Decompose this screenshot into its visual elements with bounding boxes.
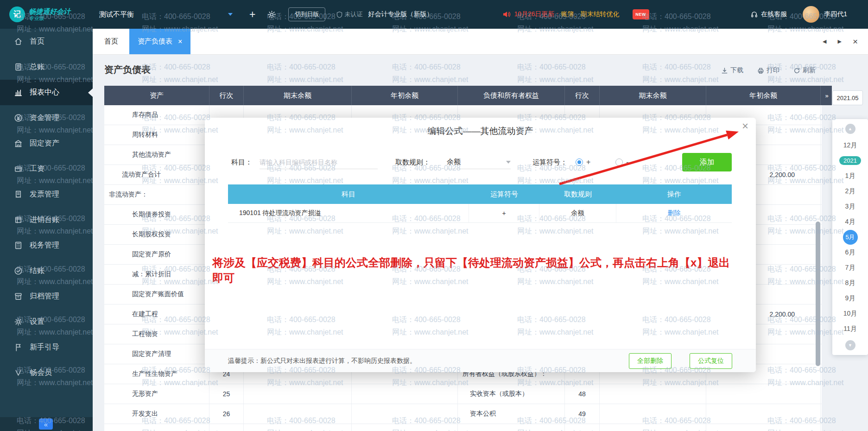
period-item-10月[interactable]: 10月: [832, 306, 868, 321]
period-item-8月[interactable]: 8月: [832, 275, 868, 291]
sidebar-item-fund-management[interactable]: 资金管理: [0, 105, 93, 131]
operator-minus-radio[interactable]: -: [615, 153, 628, 171]
expand-columns-icon[interactable]: »: [822, 86, 832, 105]
table-row[interactable]: [104, 424, 822, 431]
delete-link[interactable]: 删除: [616, 204, 732, 222]
add-button[interactable]: 添加: [682, 153, 732, 171]
period-display[interactable]: 2021.05: [832, 90, 863, 105]
period-item-12月[interactable]: 12月: [832, 138, 868, 153]
sidebar-item-member[interactable]: 畅会员: [0, 360, 93, 386]
formula-rule-cell: 余额: [539, 204, 616, 222]
account-set-selector[interactable]: 测试不平衡: [99, 10, 233, 19]
period-item-2021[interactable]: 2021: [832, 153, 868, 168]
period-item-3月[interactable]: 3月: [832, 199, 868, 214]
sidebar-item-label: 畅会员: [30, 368, 52, 378]
period-item-9月[interactable]: 9月: [832, 291, 868, 306]
sidebar-item-trade-ledger[interactable]: 进销台账: [0, 207, 93, 233]
delete-all-button[interactable]: 全部删除: [629, 353, 672, 369]
tab-scroll-right-icon[interactable]: ▶: [837, 38, 841, 44]
scroll-down-icon[interactable]: ▼: [845, 340, 855, 350]
table-scrollbar[interactable]: [816, 222, 820, 366]
column-header: 行次: [565, 86, 600, 105]
sidebar-item-settings[interactable]: 设置: [0, 309, 93, 335]
sidebar-item-fixed-assets[interactable]: 固定资产: [0, 131, 93, 156]
asset-beginning-cell: [352, 424, 458, 431]
period-item-2月[interactable]: 2月: [832, 184, 868, 199]
table-row[interactable]: 开发支出26资本公积49: [104, 404, 822, 424]
liability-line-cell: 48: [565, 384, 600, 404]
gear-icon[interactable]: [267, 10, 276, 19]
switch-version-button[interactable]: 切到日版: [288, 7, 325, 21]
sidebar-item-closing[interactable]: 结账: [0, 258, 93, 284]
logo-icon: 记: [9, 6, 25, 22]
close-all-tabs-icon[interactable]: ×: [853, 37, 858, 47]
online-service-button[interactable]: 在线客服: [750, 10, 787, 19]
period-item-4月[interactable]: 4月: [832, 214, 868, 229]
radio-checked-icon: [576, 158, 583, 166]
announcement-text: 账簿、期末结转优化: [561, 10, 620, 19]
operator-plus-radio[interactable]: +: [576, 153, 590, 171]
rule-select[interactable]: 余额: [447, 155, 511, 169]
subject-input[interactable]: [260, 155, 378, 169]
period-item-6月[interactable]: 6月: [832, 245, 868, 260]
cert-status[interactable]: 未认证: [336, 10, 362, 19]
username[interactable]: 李四代1: [824, 10, 847, 19]
collapse-sidebar-icon[interactable]: «: [39, 418, 53, 430]
liability-ending-cell: [600, 384, 706, 404]
avatar[interactable]: [803, 6, 819, 23]
liability-ending-cell: [600, 424, 706, 431]
fixed-asset-icon: [14, 139, 23, 148]
asset-cell: 固定资产原价: [104, 245, 209, 264]
liability-cell: 实收资本（或股本）: [458, 384, 565, 404]
sidebar-item-label: 结账: [30, 266, 44, 276]
period-item-5月[interactable]: 5月: [832, 229, 868, 245]
app-logo: 记 畅捷通好会计 专业版: [0, 6, 93, 22]
period-item-7月[interactable]: 7月: [832, 260, 868, 275]
period-item-11月[interactable]: 11月: [832, 321, 868, 336]
sidebar-item-salary[interactable]: 工资: [0, 156, 93, 182]
asset-cell: 生产性生物资产: [104, 364, 209, 384]
asset-cell: 工程物资: [104, 324, 209, 344]
refresh-icon: [793, 67, 800, 74]
asset-ending-cell: [244, 424, 352, 431]
modal-close-icon[interactable]: ×: [742, 120, 748, 132]
liability-cell: [458, 424, 565, 431]
selected-month: 5月: [843, 230, 858, 245]
sidebar-item-tax-management[interactable]: 税务管理: [0, 233, 93, 258]
headset-icon: [750, 11, 758, 19]
announcement-banner[interactable]: 10月26日更新： 账簿、期末结转优化: [502, 10, 619, 19]
page-actions: 下载 打印 刷新: [721, 66, 816, 75]
liability-beginning-cell: [706, 384, 821, 404]
tab-balance-sheet[interactable]: 资产负债表 ×: [129, 29, 190, 54]
print-button[interactable]: 打印: [757, 66, 779, 75]
sidebar-item-invoice-management[interactable]: 发票管理: [0, 182, 93, 207]
table-row[interactable]: 无形资产25实收资本（或股本）48: [104, 384, 822, 404]
sidebar-item-beginner-guide[interactable]: 新手引导: [0, 335, 93, 360]
asset-cell: 开发支出: [104, 404, 209, 424]
sidebar-item-label: 固定资产: [30, 139, 59, 148]
formula-column-header: 科目: [228, 184, 469, 204]
scroll-up-icon[interactable]: ▲: [845, 124, 855, 134]
asset-cell: 周转材料: [104, 125, 209, 145]
add-icon[interactable]: +: [249, 9, 255, 20]
formula-column-header: 操作: [616, 184, 732, 204]
tab-scroll-left-icon[interactable]: ◀: [823, 38, 826, 44]
sidebar-item-report-center[interactable]: 报表中心: [0, 80, 93, 105]
tab-home[interactable]: 首页: [104, 37, 118, 46]
sidebar-item-archive-management[interactable]: 归档管理: [0, 284, 93, 309]
new-badge-icon[interactable]: NEW: [633, 9, 649, 19]
formula-form: 科目： 取数规则： 余额 运算符号： + - 添加: [205, 153, 756, 171]
active-item-marker: [88, 89, 93, 97]
download-button[interactable]: 下载: [721, 66, 743, 75]
formula-column-header: 运算符号: [469, 184, 539, 204]
formula-reset-button[interactable]: 公式复位: [690, 353, 732, 369]
refresh-button[interactable]: 刷新: [793, 66, 816, 75]
sidebar-item-label: 进销台账: [30, 215, 59, 225]
asset-line-cell: 26: [209, 404, 244, 424]
sidebar-item-home[interactable]: 首页: [0, 29, 93, 54]
tab-close-icon[interactable]: ×: [178, 38, 182, 46]
period-item-1月[interactable]: 1月: [832, 168, 868, 184]
sidebar-item-general-ledger[interactable]: 总账: [0, 54, 93, 80]
chevron-down-icon: [228, 13, 233, 16]
report-icon: [14, 88, 23, 97]
